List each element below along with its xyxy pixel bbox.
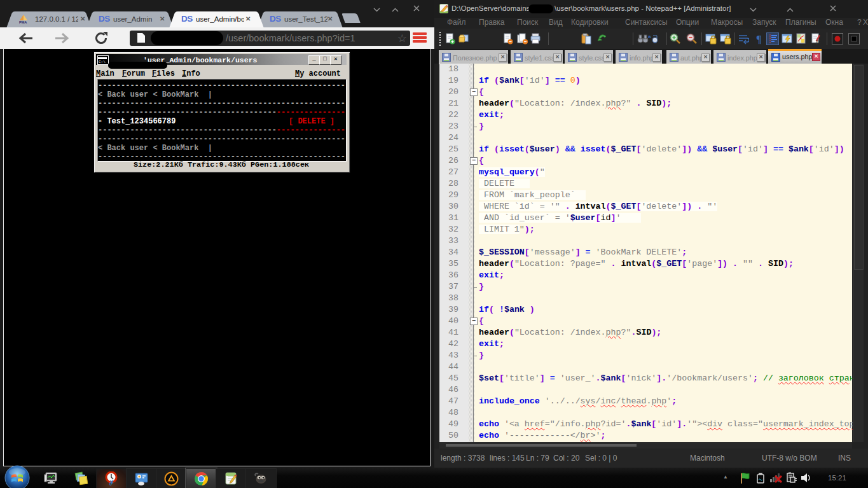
svg-text:¶: ¶ [756,34,762,45]
svg-text:0°: 0° [109,482,114,486]
svg-text:a: a [648,34,651,39]
svg-text:C:\: C:\ [99,60,106,64]
svg-text:PMA: PMA [19,20,27,24]
svg-text:{C: {C [816,39,820,45]
